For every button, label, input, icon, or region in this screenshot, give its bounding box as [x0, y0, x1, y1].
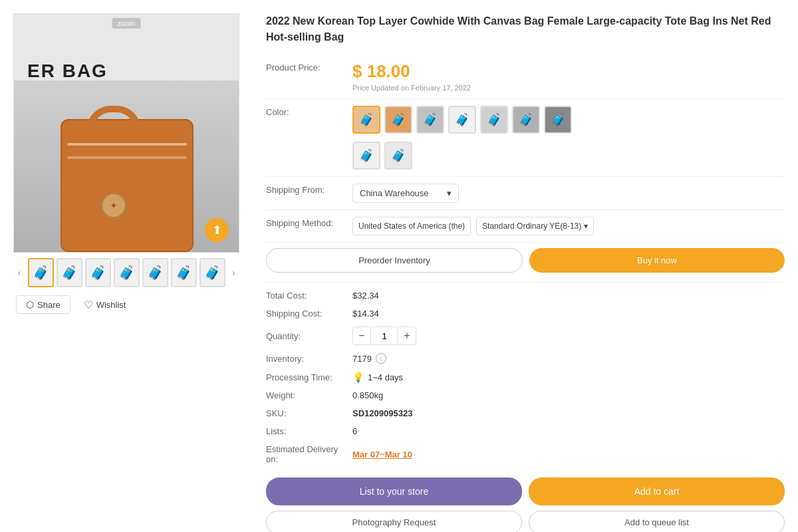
weight-row: Weight: 0.850kg: [266, 386, 785, 404]
thumbnail-4[interactable]: 🧳: [114, 258, 140, 287]
shipping-type-dropdown[interactable]: Standard Ordinary YE(8-13) ▾: [476, 217, 594, 235]
thumbnail-row: ‹ 🧳 🧳 🧳 🧳 🧳 🧳 🧳 ›: [13, 258, 239, 287]
delivery-value: Mar 07~Mar 10: [352, 450, 412, 460]
price-value-container: $ 18.00 Price Updated on February 17, 20…: [352, 61, 785, 92]
color-swatch-9[interactable]: 🧳: [384, 142, 412, 170]
inventory-value-container: 7179 i: [352, 353, 386, 364]
zoom-label: zoom: [112, 18, 141, 29]
quantity-increase[interactable]: +: [398, 327, 416, 345]
shipping-cost-row: Shipping Cost: $14.34: [266, 305, 785, 323]
sku-value: SD1209095323: [352, 408, 412, 418]
thumbnail-1[interactable]: 🧳: [28, 258, 54, 287]
price-updated: Price Updated on February 17, 2022: [352, 84, 785, 92]
heart-icon: ♡: [84, 299, 93, 311]
quantity-label: Quantity:: [266, 331, 352, 341]
shipping-cost-value: $14.34: [352, 309, 379, 319]
processing-value: 1~4 days: [368, 372, 403, 382]
shipping-from-text: China Warehouse: [360, 188, 429, 198]
bottom-actions: List to your store Add to cart Photograp…: [266, 477, 785, 532]
shipping-method-value-container: United States of America (the) Standard …: [352, 217, 785, 235]
left-column: zoom ER BAG ✦ ⬆ ‹ 🧳 🧳 🧳 �: [13, 13, 253, 532]
photo-request-button[interactable]: Photography Request: [266, 511, 522, 532]
total-cost-value: $32.34: [352, 291, 379, 301]
chevron-icon: ▾: [584, 221, 588, 231]
color-swatch-1[interactable]: 🧳: [352, 106, 380, 134]
processing-row: Processing Time: 💡 1~4 days: [266, 368, 785, 386]
shipping-method-label: Shipping Method:: [266, 217, 352, 228]
color-swatch-6[interactable]: 🧳: [512, 106, 540, 134]
wishlist-label: Wishlist: [96, 300, 126, 310]
divider-1: [266, 282, 785, 283]
preorder-button[interactable]: Preorder Inventory: [266, 248, 523, 273]
wishlist-button[interactable]: ♡ Wishlist: [84, 299, 126, 311]
thumbnail-next[interactable]: ›: [228, 266, 240, 279]
delivery-label: Estimated Delivery on:: [266, 444, 352, 464]
thumbnail-7[interactable]: 🧳: [200, 258, 225, 287]
color-row: Color: 🧳 🧳 🧳 🧳 🧳 🧳 🧳 🧳 🧳: [266, 99, 785, 177]
price-value: $ 18.00: [352, 61, 785, 82]
sku-label: SKU:: [266, 408, 352, 418]
share-icon: ⬡: [26, 299, 34, 310]
page-wrapper: zoom ER BAG ✦ ⬆ ‹ 🧳 🧳 🧳 �: [0, 0, 798, 532]
upload-icon[interactable]: ⬆: [205, 218, 229, 242]
add-cart-button[interactable]: Add to cart: [529, 477, 785, 505]
color-swatches-container: 🧳 🧳 🧳 🧳 🧳 🧳 🧳 🧳 🧳: [352, 106, 785, 170]
shipping-from-row: Shipping From: China Warehouse ▾: [266, 177, 785, 210]
shipping-method-row: Shipping Method: United States of Americ…: [266, 210, 785, 243]
color-swatch-8[interactable]: 🧳: [352, 142, 380, 170]
quantity-decrease[interactable]: −: [352, 327, 371, 345]
shipping-country-dropdown[interactable]: United States of America (the): [352, 217, 471, 235]
quantity-control: − +: [352, 327, 416, 345]
color-swatches: 🧳 🧳 🧳 🧳 🧳 🧳 🧳 🧳 🧳: [352, 106, 785, 170]
product-layout: zoom ER BAG ✦ ⬆ ‹ 🧳 🧳 🧳 �: [13, 7, 785, 532]
share-label: Share: [37, 300, 61, 310]
quantity-input[interactable]: [371, 327, 398, 345]
total-cost-row: Total Cost: $32.34: [266, 287, 785, 305]
total-cost-label: Total Cost:: [266, 291, 352, 301]
product-title: 2022 New Korean Top Layer Cowhide With C…: [266, 13, 785, 45]
sku-row: SKU: SD1209095323: [266, 404, 785, 422]
shipping-from-value-container: China Warehouse ▾: [352, 184, 785, 203]
list-store-button[interactable]: List to your store: [266, 477, 522, 505]
inventory-label: Inventory:: [266, 354, 352, 364]
processing-value-container: 💡 1~4 days: [352, 372, 403, 382]
info-icon[interactable]: i: [376, 353, 386, 364]
lists-label: Lists:: [266, 426, 352, 436]
shipping-type-text: Standard Ordinary YE(8-13): [482, 221, 581, 231]
thumbnail-prev[interactable]: ‹: [13, 266, 25, 279]
shipping-from-dropdown[interactable]: China Warehouse ▾: [352, 184, 459, 203]
shipping-country-text: United States of America (the): [358, 221, 465, 231]
share-wishlist-row: ⬡ Share ♡ Wishlist: [13, 295, 253, 314]
add-queue-button[interactable]: Add to queue list: [529, 511, 785, 532]
inventory-row: Inventory: 7179 i: [266, 349, 785, 368]
color-swatch-5[interactable]: 🧳: [480, 106, 508, 134]
color-swatch-4[interactable]: 🧳: [448, 106, 476, 134]
delivery-row: Estimated Delivery on: Mar 07~Mar 10: [266, 440, 785, 468]
bottom-row-1: List to your store Add to cart: [266, 477, 785, 505]
bottom-row-2: Photography Request Add to queue list: [266, 511, 785, 532]
image-text: ER BAG: [27, 61, 108, 82]
price-label: Product Price:: [266, 61, 352, 72]
chevron-down-icon: ▾: [447, 188, 452, 198]
main-image[interactable]: zoom ER BAG ✦ ⬆: [13, 13, 239, 253]
lists-row: Lists: 6: [266, 422, 785, 440]
shipping-method-controls: United States of America (the) Standard …: [352, 217, 785, 235]
quantity-row: Quantity: − +: [266, 323, 785, 349]
lists-value: 6: [352, 426, 357, 436]
color-swatch-3[interactable]: 🧳: [416, 106, 444, 134]
thumbnail-3[interactable]: 🧳: [85, 258, 111, 287]
color-label: Color:: [266, 106, 352, 117]
shipping-cost-label: Shipping Cost:: [266, 309, 352, 319]
price-row: Product Price: $ 18.00 Price Updated on …: [266, 55, 785, 99]
thumbnail-5[interactable]: 🧳: [142, 258, 168, 287]
shipping-from-label: Shipping From:: [266, 184, 352, 195]
thumbnail-2[interactable]: 🧳: [57, 258, 82, 287]
processing-label: Processing Time:: [266, 372, 352, 382]
share-button[interactable]: ⬡ Share: [16, 295, 70, 314]
weight-value: 0.850kg: [352, 390, 383, 400]
buy-now-button[interactable]: Buy it now: [529, 248, 785, 273]
color-swatch-7[interactable]: 🧳: [544, 106, 572, 134]
thumbnail-6[interactable]: 🧳: [171, 258, 197, 287]
bulb-icon: 💡: [352, 372, 364, 382]
color-swatch-2[interactable]: 🧳: [384, 106, 412, 134]
